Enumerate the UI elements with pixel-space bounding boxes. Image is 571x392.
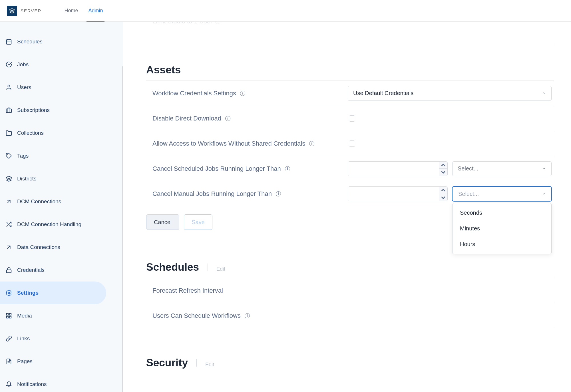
top-header: SERVER Home Admin: [0, 0, 571, 22]
layers-icon: [6, 176, 12, 182]
info-icon[interactable]: i: [309, 141, 314, 146]
row-users-can-schedule: Users Can Schedule Workflows i: [146, 303, 554, 328]
stepper-down-icon[interactable]: [439, 169, 447, 176]
sidebar-item-label: Links: [17, 335, 30, 342]
scheduled-duration-stepper[interactable]: [348, 161, 448, 176]
sidebar-item-pages[interactable]: Pages: [0, 350, 106, 373]
nav-home[interactable]: Home: [64, 0, 78, 22]
edit-security-link[interactable]: Edit: [205, 362, 214, 368]
sidebar-item-label: Jobs: [17, 61, 29, 68]
row-label: Users Can Schedule Workflows: [152, 312, 241, 319]
sidebar-item-schedules[interactable]: Schedules: [0, 30, 106, 53]
disable-download-checkbox[interactable]: [349, 115, 355, 122]
svg-rect-14: [7, 270, 11, 273]
row-cancel-scheduled-jobs: Cancel Scheduled Jobs Running Longer Tha…: [146, 156, 554, 181]
divider: [196, 359, 197, 367]
sidebar-item-settings[interactable]: Settings: [0, 282, 106, 304]
manual-duration-input[interactable]: [348, 187, 439, 201]
row-label: Disable Direct Download: [152, 115, 221, 122]
row-label: Allow Access to Workflows Without Shared…: [152, 140, 305, 147]
sidebar-item-media[interactable]: Media: [0, 304, 106, 327]
link-icon: [6, 335, 12, 342]
tag-icon: [6, 153, 12, 159]
sidebar-item-label: DCM Connection Handling: [17, 221, 81, 228]
section-title-schedules: Schedules: [146, 261, 199, 273]
dropdown-option-hours[interactable]: Hours: [453, 236, 551, 252]
logo-text: SERVER: [21, 8, 41, 13]
select-placeholder: Select...: [458, 191, 479, 197]
section-title-assets: Assets: [146, 64, 181, 76]
sidebar-item-dcm-connection-handling[interactable]: DCM Connection Handling: [0, 213, 106, 236]
svg-rect-6: [6, 109, 11, 112]
info-icon[interactable]: i: [225, 116, 230, 121]
divider: [208, 264, 208, 271]
scheduled-duration-input[interactable]: [348, 162, 439, 176]
sidebar-item-links[interactable]: Links: [0, 327, 106, 350]
logo-mark: [7, 6, 17, 16]
sidebar-item-data-connections[interactable]: Data Connections: [0, 236, 106, 259]
scheduled-unit-select[interactable]: Select...: [452, 161, 552, 176]
svg-rect-18: [9, 316, 11, 318]
sidebar-item-label: Schedules: [17, 39, 43, 45]
sidebar-item-label: Credentials: [17, 267, 45, 273]
sidebar-item-notifications[interactable]: Notifications: [0, 373, 106, 392]
row-workflow-credentials: Workflow Credentials Settings i Use Defa…: [146, 81, 554, 106]
sidebar-item-subscriptions[interactable]: Subscriptions: [0, 99, 106, 122]
stepper-down-icon[interactable]: [439, 194, 447, 201]
nav-admin[interactable]: Admin: [88, 0, 103, 22]
cancel-button[interactable]: Cancel: [146, 214, 179, 230]
sidebar-item-label: Collections: [17, 130, 44, 136]
stepper-up-icon[interactable]: [439, 162, 447, 169]
info-icon[interactable]: i: [240, 91, 245, 96]
sidebar-item-tags[interactable]: Tags: [0, 144, 106, 167]
svg-marker-8: [6, 176, 11, 179]
sidebar-item-label: Users: [17, 84, 31, 91]
assets-settings-group: Workflow Credentials Settings i Use Defa…: [146, 81, 554, 206]
svg-line-13: [7, 246, 10, 248]
sidebar-item-label: Media: [17, 313, 32, 319]
dropdown-option-minutes[interactable]: Minutes: [453, 221, 551, 236]
workflow-credentials-select[interactable]: Use Default Credentials: [348, 86, 552, 101]
manual-duration-stepper[interactable]: [348, 186, 448, 201]
briefcase-icon: [6, 107, 12, 113]
sidebar-item-jobs[interactable]: Jobs: [0, 53, 106, 76]
lock-icon: [6, 267, 12, 273]
sidebar-item-collections[interactable]: Collections: [0, 122, 106, 144]
svg-marker-0: [10, 8, 15, 11]
info-icon: i: [215, 22, 220, 24]
dropdown-option-seconds[interactable]: Seconds: [453, 205, 551, 221]
svg-rect-1: [7, 40, 11, 45]
info-icon[interactable]: i: [285, 166, 290, 171]
chevron-up-icon: [542, 191, 546, 197]
document-icon: [6, 358, 12, 365]
calendar-icon: [6, 39, 12, 45]
sidebar-item-label: Tags: [17, 153, 29, 159]
allow-access-checkbox[interactable]: [349, 140, 355, 147]
sidebar-item-label: Settings: [17, 290, 39, 296]
shuffle-icon: [6, 221, 12, 228]
row-cancel-manual-jobs: Cancel Manual Jobs Running Longer Than i…: [146, 181, 554, 206]
arrow-up-right-icon: [6, 198, 12, 205]
sidebar-item-label: Subscriptions: [17, 107, 50, 113]
grid-icon: [6, 313, 12, 319]
sidebar-item-label: Notifications: [17, 381, 47, 387]
manual-unit-select[interactable]: Select...: [452, 186, 552, 201]
select-value: Use Default Credentials: [353, 90, 413, 97]
save-button[interactable]: Save: [184, 214, 212, 230]
svg-rect-19: [7, 316, 8, 318]
user-icon: [6, 84, 12, 91]
sidebar-item-label: DCM Connections: [17, 198, 61, 205]
logo[interactable]: SERVER: [7, 6, 41, 16]
sidebar-item-dcm-connections[interactable]: DCM Connections: [0, 190, 106, 213]
sidebar-item-credentials[interactable]: Credentials: [0, 259, 106, 282]
info-icon[interactable]: i: [245, 313, 250, 318]
row-label: Cancel Scheduled Jobs Running Longer Tha…: [152, 165, 281, 172]
sidebar-item-users[interactable]: Users: [0, 76, 106, 99]
sidebar-scrollbar[interactable]: [122, 66, 123, 392]
edit-schedules-link[interactable]: Edit: [216, 266, 225, 272]
sidebar-item-districts[interactable]: Districts: [0, 167, 106, 190]
gear-icon: [6, 290, 12, 296]
info-icon[interactable]: i: [276, 191, 281, 196]
svg-rect-17: [9, 313, 11, 315]
stepper-up-icon[interactable]: [439, 187, 447, 194]
